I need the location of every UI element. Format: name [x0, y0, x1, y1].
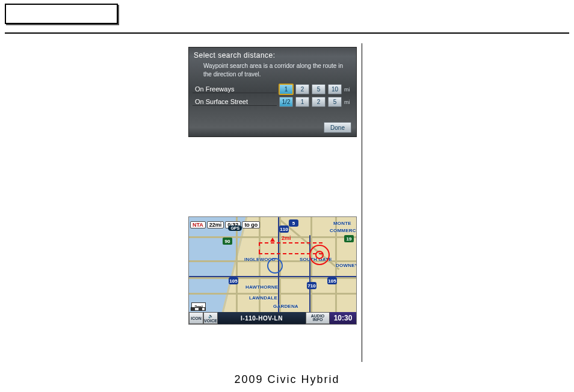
- page-footer: 2009 Civic Hybrid: [0, 373, 574, 386]
- city-commerce: COMMERCE: [330, 228, 357, 233]
- done-button[interactable]: Done: [324, 122, 351, 133]
- audio-label-line2: INFO: [313, 318, 323, 322]
- shield-105-left: 105: [229, 277, 238, 284]
- voice-label: VOICE: [204, 319, 217, 323]
- unit-label: mi: [344, 87, 353, 93]
- clock: 10:30: [330, 312, 356, 324]
- unit-label: mi: [344, 99, 353, 105]
- row-freeways: On Freeways 1 2 5 10 mi: [189, 83, 356, 96]
- navigation-map[interactable]: 90 5 110 19 105 105 710 MONTE COMMERCE I…: [188, 216, 357, 325]
- row-surface-street: On Surface Street 1/2 1 2 5 mi: [189, 96, 356, 108]
- speaker-icon: 🔈: [208, 314, 214, 319]
- status-distance: 22mi: [207, 221, 224, 228]
- destination-inner-circle: [315, 251, 324, 259]
- surface-option-1[interactable]: 1: [295, 97, 309, 107]
- freeway-option-2[interactable]: 2: [295, 84, 309, 94]
- route-corridor-left: [259, 242, 260, 253]
- horizontal-rule: [5, 32, 569, 34]
- freeway-option-1[interactable]: 1: [279, 84, 293, 94]
- dialog-description: Waypoint search area is a corridor along…: [189, 61, 356, 83]
- search-distance-dialog: Select search distance: Waypoint search …: [188, 47, 357, 137]
- row-label: On Surface Street: [193, 98, 277, 106]
- city-monte: MONTE: [333, 221, 351, 226]
- freeway-option-10[interactable]: 10: [328, 84, 342, 94]
- city-downey: DOWNEY: [336, 263, 357, 268]
- city-lawndale: LAWNDALE: [249, 295, 277, 301]
- status-to-go: to go: [242, 221, 260, 228]
- map-bottom-bar: ICON 🔈 VOICE I-110-HOV-LN AUDIO INFO 10:…: [189, 312, 356, 324]
- current-street: I-110-HOV-LN: [218, 312, 306, 324]
- freeway-710: [309, 235, 310, 325]
- audio-info-button[interactable]: AUDIO INFO: [306, 312, 330, 324]
- road: [259, 217, 261, 324]
- direction-arrow-icon: [270, 237, 275, 242]
- icon-button[interactable]: ICON: [189, 312, 203, 324]
- shield-710: 710: [307, 282, 316, 289]
- dialog-title: Select search distance:: [189, 47, 356, 61]
- shield-5: 5: [289, 219, 298, 227]
- map-status-bar: NTA 22mi 0:32 to go GPS: [190, 218, 242, 231]
- manual-section-placeholder: [5, 4, 118, 24]
- gps-indicator-icon: GPS: [228, 225, 242, 231]
- voice-button[interactable]: 🔈 VOICE: [203, 312, 218, 324]
- surface-option-half[interactable]: 1/2: [279, 97, 293, 107]
- route-width-label: 2mi: [282, 235, 291, 241]
- scale-bar-icon: [191, 307, 205, 311]
- surface-option-5[interactable]: 5: [328, 97, 342, 107]
- status-prefix: NTA: [190, 221, 206, 228]
- road: [236, 217, 238, 324]
- city-gardena: GARDENA: [273, 304, 298, 309]
- shield-110: 110: [279, 225, 289, 233]
- road: [310, 217, 312, 324]
- shield-90: 90: [223, 237, 232, 245]
- freeway-option-5[interactable]: 5: [312, 84, 326, 94]
- road: [189, 293, 356, 295]
- current-position-icon: [267, 258, 283, 274]
- shield-105-right: 105: [327, 277, 337, 284]
- row-label: On Freeways: [193, 85, 277, 93]
- surface-option-2[interactable]: 2: [312, 97, 326, 107]
- shield-19: 19: [344, 235, 354, 242]
- city-hawthorne: HAWTHORNE: [245, 284, 278, 290]
- route-corridor-top: [259, 242, 322, 243]
- column-divider: [362, 43, 362, 362]
